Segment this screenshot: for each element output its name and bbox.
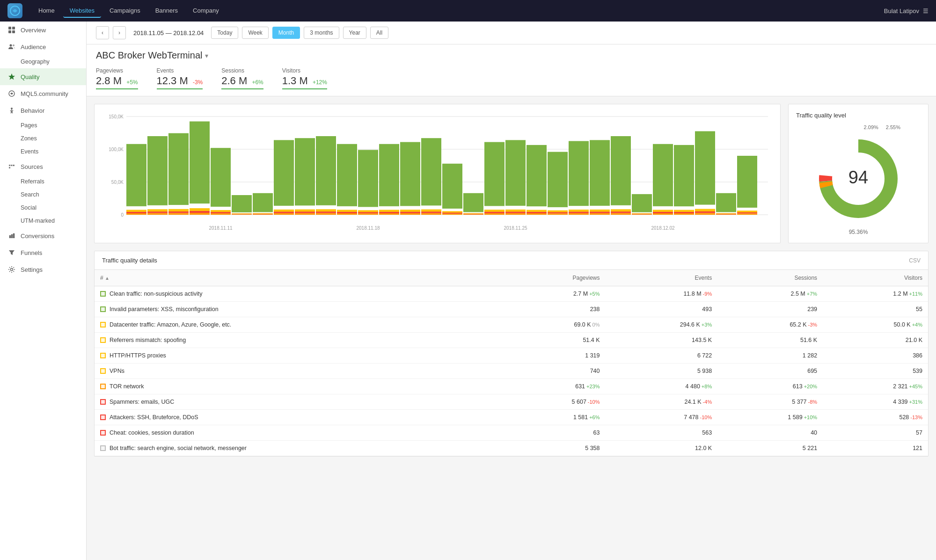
date-3months-btn[interactable]: 3 months	[304, 27, 339, 39]
svg-rect-98	[505, 212, 526, 213]
table-row: TOR network 631+23% 4 480+8% 613+20% 2 3…	[95, 379, 928, 394]
quality-panel: Traffic quality level 2.09% 2.55%	[788, 104, 929, 243]
sidebar-item-overview[interactable]: Overview	[0, 22, 86, 38]
user-menu-icon[interactable]: ☰	[923, 7, 929, 15]
row-name-cell: Datacenter traffic: Amazon, Azure, Googl…	[95, 317, 504, 333]
date-all-btn[interactable]: All	[370, 27, 388, 39]
main-content: ‹ › 2018.11.05 — 2018.12.04 Today Week M…	[87, 22, 936, 560]
svg-rect-128	[674, 145, 694, 206]
row-events: 563	[606, 425, 718, 441]
main-nav: Home Websites Campaigns Banners Company	[32, 4, 884, 18]
row-pageviews: 238	[504, 302, 606, 317]
top-nav: Home Websites Campaigns Banners Company …	[0, 0, 936, 22]
svg-rect-108	[569, 141, 589, 206]
sidebar-item-settings[interactable]: Settings	[0, 261, 86, 278]
sidebar-sources-label: Sources	[21, 163, 43, 170]
table-row: Referrers mismatch: spoofing 51.4 K 143.…	[95, 333, 928, 348]
metric-sessions-label: Sessions	[221, 67, 263, 74]
row-events: 5 938	[606, 364, 718, 379]
row-color-indicator	[100, 399, 106, 405]
sidebar-item-behavior[interactable]: Behavior	[0, 102, 86, 119]
svg-text:0: 0	[121, 212, 124, 218]
behavior-icon	[7, 106, 16, 115]
date-today-btn[interactable]: Today	[211, 27, 238, 39]
metrics-row: Pageviews 2.8 M +5% Events 12.3 M -3%	[96, 67, 927, 89]
sidebar-item-mql5[interactable]: MQL5.community	[0, 85, 86, 102]
row-events: 7 478-10%	[606, 410, 718, 425]
settings-icon	[7, 265, 16, 274]
sidebar-item-zones[interactable]: Zones	[0, 132, 86, 145]
sources-icon	[7, 162, 16, 171]
sidebar-item-pages[interactable]: Pages	[0, 119, 86, 132]
col-pageviews[interactable]: Pageviews	[504, 270, 606, 286]
svg-rect-112	[590, 140, 610, 205]
sidebar-item-search[interactable]: Search	[0, 188, 86, 201]
table-row: VPNs 740 5 938 695 539	[95, 364, 928, 379]
date-prev-btn[interactable]: ‹	[96, 26, 109, 39]
row-sessions: 65.2 K-3%	[717, 317, 823, 333]
svg-rect-122	[632, 214, 652, 214]
svg-text:2018.11.25: 2018.11.25	[504, 225, 527, 231]
sidebar-item-conversions[interactable]: Conversions	[0, 227, 86, 244]
row-name: Attackers: SSH, Bruteforce, DDoS	[110, 414, 198, 421]
col-events[interactable]: Events	[606, 270, 718, 286]
sidebar-item-referrals[interactable]: Referrals	[0, 175, 86, 188]
svg-rect-99	[505, 213, 526, 215]
sidebar-item-events[interactable]: Events	[0, 145, 86, 158]
svg-text:2018.11.18: 2018.11.18	[356, 225, 380, 231]
metric-visitors-label: Visitors	[282, 67, 327, 74]
nav-home[interactable]: Home	[32, 4, 61, 18]
svg-rect-83	[421, 213, 441, 215]
row-visitors: 1.2 M+11%	[823, 286, 928, 302]
table-row: Clean traffic: non-suspicious activity 2…	[95, 286, 928, 302]
nav-websites[interactable]: Websites	[63, 4, 101, 18]
svg-rect-75	[379, 213, 399, 215]
row-events: 294.6 K+3%	[606, 317, 718, 333]
nav-company[interactable]: Company	[186, 4, 226, 18]
date-month-btn[interactable]: Month	[272, 27, 300, 39]
col-sessions[interactable]: Sessions	[717, 270, 823, 286]
sidebar-item-funnels[interactable]: Funnels	[0, 244, 86, 261]
row-events: 12.0 K	[606, 441, 718, 456]
table-body: Clean traffic: non-suspicious activity 2…	[95, 286, 928, 456]
svg-rect-2	[12, 27, 15, 29]
col-visitors[interactable]: Visitors	[823, 270, 928, 286]
svg-rect-136	[716, 193, 736, 212]
row-pageviews: 5 607-10%	[504, 394, 606, 410]
nav-banners[interactable]: Banners	[149, 4, 184, 18]
date-next-btn[interactable]: ›	[113, 26, 126, 39]
svg-rect-127	[653, 213, 673, 215]
website-dropdown-icon[interactable]: ▾	[205, 52, 208, 59]
svg-rect-58	[295, 211, 315, 213]
sidebar-item-social[interactable]: Social	[0, 201, 86, 214]
svg-rect-72	[379, 144, 399, 206]
date-week-btn[interactable]: Week	[242, 27, 268, 39]
csv-button[interactable]: CSV	[909, 257, 921, 264]
donut-svg-wrap: 94	[812, 132, 905, 227]
row-name: Datacenter traffic: Amazon, Azure, Googl…	[110, 321, 231, 328]
sidebar-item-geography[interactable]: Geography	[0, 55, 86, 68]
date-year-btn[interactable]: Year	[343, 27, 366, 39]
website-title-row: ABC Broker WebTerminal ▾	[96, 50, 927, 61]
svg-rect-103	[526, 213, 547, 215]
sidebar-item-sources[interactable]: Sources	[0, 158, 86, 175]
donut-svg: 94	[812, 132, 905, 225]
col-name[interactable]: # ▲	[95, 270, 504, 286]
sidebar-item-quality[interactable]: Quality	[0, 68, 86, 85]
svg-rect-35	[168, 213, 189, 215]
svg-rect-130	[674, 212, 694, 213]
details-panel: Traffic quality details CSV # ▲ Pageview…	[94, 251, 929, 457]
sidebar-item-audience[interactable]: Audience	[0, 38, 86, 55]
sidebar-item-utm[interactable]: UTM-marked	[0, 214, 86, 227]
row-events: 6 722	[606, 348, 718, 364]
row-name: VPNs	[110, 368, 124, 374]
row-name: Clean traffic: non-suspicious activity	[110, 291, 202, 297]
svg-rect-40	[211, 148, 231, 207]
user-info: Bulat Latipov ☰	[884, 7, 929, 15]
svg-rect-43	[211, 213, 231, 215]
svg-point-6	[13, 44, 15, 46]
svg-rect-26	[126, 212, 146, 213]
svg-rect-104	[548, 152, 568, 207]
donut-label-red: 2.55%	[886, 124, 900, 130]
nav-campaigns[interactable]: Campaigns	[103, 4, 147, 18]
